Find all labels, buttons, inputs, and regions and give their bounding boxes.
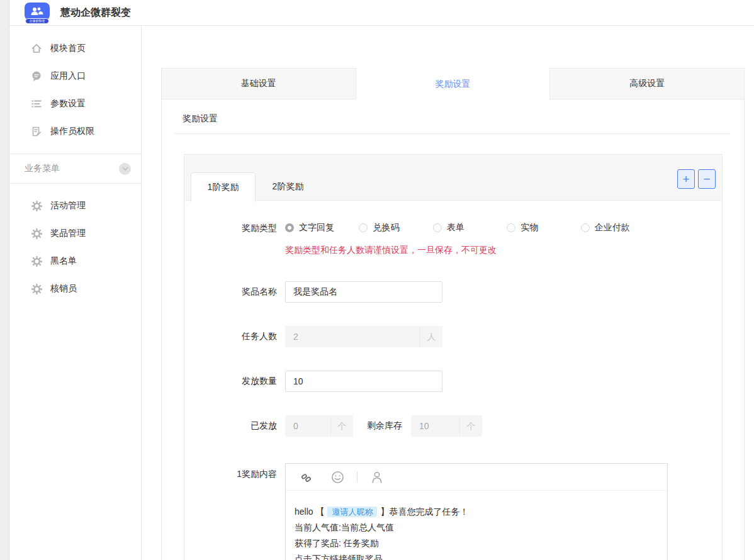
task-count-row: 任务人数 2 人 [184,326,722,347]
section-title: 奖励设置 [183,113,744,125]
remaining-input: 10 个 [411,415,482,437]
stage-form: 奖励类型 文字回复 兑换码 [184,201,722,560]
gear-icon [31,228,42,239]
prize-name-input[interactable] [285,281,442,303]
mention-person-icon[interactable] [370,470,384,484]
sidebar-item-activity-management[interactable]: 活动管理 [9,192,141,220]
content-line-4: 点击下方链接领取奖品 [295,551,657,560]
gear-icon [31,255,42,267]
sidebar: 模块首页 应用入口 [9,26,142,560]
home-icon [31,43,42,54]
sidebar-item-label: 黑名单 [50,255,77,267]
sidebar-item-label: 模块首页 [50,43,86,54]
sidebar-section-label: 业务菜单 [25,163,60,174]
tab-advanced-settings[interactable]: 高级设置 [549,68,745,99]
divider [174,133,730,134]
comment-icon [31,70,42,82]
main-content: 基础设置 奖励设置 高级设置 奖励设置 1阶奖励 2阶奖励 + − [142,26,754,560]
sidebar-item-module-home[interactable]: 模块首页 [9,35,141,62]
prize-name-row: 奖品名称 [184,281,722,303]
issued-label: 已发放 [184,420,277,432]
sidebar-section-business-menu[interactable]: 业务菜单 [9,154,141,184]
app-header: 企微群裂变 慧动企微群裂变 [9,0,754,26]
sidebar-item-parameter-settings[interactable]: 参数设置 [9,90,141,118]
add-stage-button[interactable]: + [677,169,695,189]
content-line-2: 当前人气值:当前总人气值 [295,520,657,535]
task-count-label: 任务人数 [184,331,277,342]
unit-suffix: 人 [420,326,442,347]
stage-tab-bar: 1阶奖励 2阶奖励 + − [184,155,722,201]
link-icon[interactable] [299,470,313,484]
chevron-down-icon[interactable] [119,163,131,175]
editor-content[interactable]: hello 【邀请人昵称】恭喜您完成了任务！ 当前人气值:当前总人气值 获得了奖… [286,491,667,560]
radio-icon [507,223,515,232]
sidebar-item-operator-permissions[interactable]: 操作员权限 [9,118,141,145]
logo-badge: 企微群裂变 [25,18,49,24]
issue-quantity-row: 发放数量 [184,371,722,392]
settings-tabs: 基础设置 奖励设置 高级设置 [161,68,745,99]
gear-icon [31,200,42,211]
radio-physical[interactable]: 实物 [507,222,578,233]
content-line-3: 获得了奖品: 任务奖励 [295,535,657,551]
issue-quantity-label: 发放数量 [184,376,277,387]
document-icon [31,126,42,137]
sidebar-item-verifier[interactable]: 核销员 [9,275,141,303]
remaining-label: 剩余库存 [367,420,402,432]
radio-icon [359,223,368,232]
sidebar-item-prize-management[interactable]: 奖品管理 [9,220,141,247]
reward-stage-panel: 1阶奖励 2阶奖励 + − 奖励类型 [184,154,723,560]
reward-content-row: 1奖励内容 [184,463,722,560]
app-logo: 企微群裂变 [25,1,50,24]
task-count-input: 2 人 [285,326,442,347]
prize-name-label: 奖品名称 [184,286,277,298]
radio-form[interactable]: 表单 [433,222,504,233]
sidebar-item-app-entry[interactable]: 应用入口 [9,62,141,90]
stage-tab-2[interactable]: 2阶奖励 [256,173,320,201]
list-icon [31,98,42,109]
radio-selected-icon [285,223,294,232]
mention-tag[interactable]: 邀请人昵称 [327,507,377,517]
unit-suffix: 个 [459,415,482,437]
radio-icon [433,223,442,232]
page: 企微群裂变 慧动企微群裂变 模块首页 [9,0,754,560]
content-line-1: hello 【邀请人昵称】恭喜您完成了任务！ [295,504,657,520]
radio-redeem-code[interactable]: 兑换码 [359,222,430,233]
unit-suffix: 个 [330,415,353,437]
reward-type-row: 奖励类型 文字回复 兑换码 [184,222,722,235]
sidebar-item-label: 活动管理 [50,200,86,211]
sidebar-item-label: 奖品管理 [50,228,86,239]
radio-text-reply[interactable]: 文字回复 [285,222,356,233]
radio-icon [581,223,590,232]
reward-content-editor[interactable]: hello 【邀请人昵称】恭喜您完成了任务！ 当前人气值:当前总人气值 获得了奖… [285,463,668,560]
stage-tab-1[interactable]: 1阶奖励 [191,172,256,202]
editor-toolbar [286,464,667,491]
warning-text: 奖励类型和任务人数请谨慎设置，一旦保存，不可更改 [285,245,722,256]
sidebar-item-label: 核销员 [50,283,77,294]
emoji-icon[interactable] [330,470,344,484]
tab-reward-settings[interactable]: 奖励设置 [356,65,550,103]
sidebar-item-label: 应用入口 [50,70,86,82]
reward-content-label: 1奖励内容 [184,463,277,480]
remove-stage-button[interactable]: − [698,169,716,189]
sidebar-item-label: 操作员权限 [50,126,94,137]
tab-basic-settings[interactable]: 基础设置 [161,68,356,99]
app-title: 慧动企微群裂变 [60,6,131,20]
reward-type-label: 奖励类型 [184,223,277,234]
reward-settings-card: 奖励设置 1阶奖励 2阶奖励 + − 奖励类型 [161,99,745,560]
toolbar-divider [357,471,357,483]
radio-enterprise-payment[interactable]: 企业付款 [581,222,630,233]
issue-quantity-input[interactable] [285,371,442,392]
sidebar-item-label: 参数设置 [50,98,86,109]
gear-icon [31,283,42,294]
sidebar-item-blacklist[interactable]: 黑名单 [9,247,141,275]
people-group-icon [25,3,50,20]
stock-row: 已发放 0 个 剩余库存 10 个 [184,415,722,437]
issued-input: 0 个 [285,415,353,437]
